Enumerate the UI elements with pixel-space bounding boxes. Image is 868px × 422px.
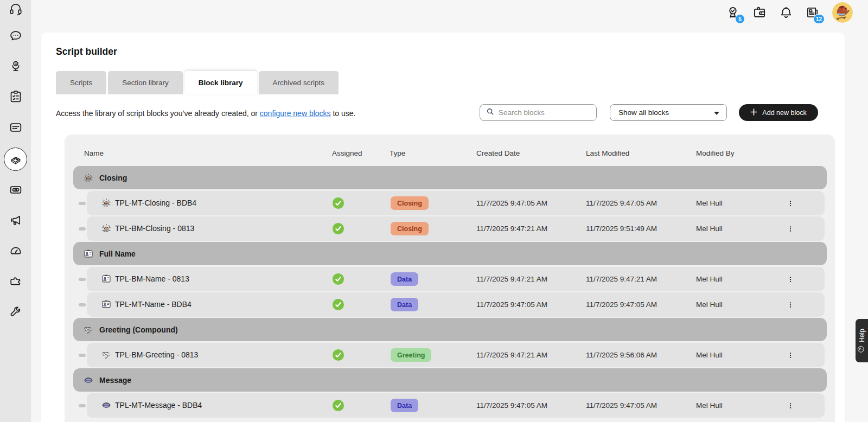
group-name: Full Name [99, 250, 136, 258]
id-card-icon [83, 248, 94, 259]
sidebar-item-microphone[interactable] [0, 55, 31, 78]
row-menu-button[interactable] [783, 348, 798, 363]
modified-by: Mel Hull [696, 275, 723, 283]
group-header-full-name[interactable]: Full Name [73, 242, 827, 265]
sidebar-item-puzzle[interactable] [0, 270, 31, 292]
configure-new-blocks-link[interactable]: configure new blocks [260, 109, 331, 118]
table-row[interactable]: TPL-BM-Name - 0813Data11/7/2025 9:47:21 … [87, 267, 825, 291]
chevron-down-icon [714, 108, 719, 117]
wallet-button[interactable] [752, 5, 767, 20]
chat-icon [9, 29, 23, 43]
table-row[interactable]: TPL-MT-Message - BDB4Data11/7/2025 9:47:… [87, 393, 825, 418]
tab-label: Archived scripts [273, 79, 324, 87]
row-menu-button[interactable] [783, 398, 798, 413]
topbar: 512 [726, 2, 853, 23]
assigned-check-icon [332, 399, 344, 412]
sidebar-item-chat[interactable] [0, 24, 31, 47]
type-badge: Data [391, 272, 418, 286]
block-name: TPL-BM-Closing - 0813 [115, 224, 194, 233]
tab-label: Scripts [70, 79, 92, 87]
search-blocks-field[interactable] [480, 104, 597, 121]
column-header-modified-by: Modified By [696, 149, 735, 157]
help-tab[interactable]: Help [856, 319, 868, 362]
page-title: Script builder [56, 46, 117, 57]
sidebar-item-wrench[interactable] [0, 300, 31, 323]
script-builder-card: Script builder ScriptsSection libraryBlo… [41, 33, 845, 422]
sidebar-item-brick[interactable] [4, 148, 27, 171]
sidebar-item-gauge[interactable] [0, 239, 31, 262]
help-label: Help [858, 329, 866, 342]
table-row[interactable]: TPL-BM-Closing - 0813Closing11/7/2025 9:… [87, 216, 825, 241]
sidebar-item-chat-panel[interactable] [0, 116, 31, 139]
lips-icon [83, 375, 94, 386]
assigned-check-icon [332, 273, 344, 285]
wrench-icon [9, 304, 23, 318]
table-row[interactable]: TPL-MT-Closing - BDB4Closing11/7/2025 9:… [87, 191, 825, 215]
page: 512 Script builder ScriptsSection librar… [0, 0, 868, 422]
row-menu-button[interactable] [783, 221, 798, 236]
created-date: 11/7/2025 9:47:05 AM [476, 300, 547, 309]
drag-handle-icon[interactable] [79, 303, 86, 306]
headset-icon [9, 2, 23, 16]
last-modified: 11/7/2025 9:47:21 AM [586, 275, 657, 283]
plus-icon [750, 110, 757, 117]
award-button[interactable]: 5 [726, 5, 740, 20]
sunset-icon [83, 172, 94, 183]
filter-dropdown[interactable]: Show all blocks [610, 104, 727, 121]
last-modified: 11/7/2025 9:47:05 AM [586, 401, 657, 410]
tab-scripts[interactable]: Scripts [56, 71, 106, 94]
drag-handle-icon[interactable] [79, 202, 86, 205]
column-header-assigned: Assigned [332, 149, 362, 157]
question-circle-icon [857, 345, 866, 353]
group-header-closing[interactable]: Closing [73, 166, 827, 189]
table-row[interactable]: TPL-BM-Greeting - 0813Greeting11/7/2025 … [87, 343, 825, 367]
tab-label: Section library [122, 79, 169, 87]
created-date: 11/7/2025 9:47:05 AM [476, 199, 547, 207]
id-card-icon [101, 273, 112, 284]
tab-block-library[interactable]: Block library [184, 71, 257, 94]
sidebar-item-cassette[interactable] [0, 178, 31, 201]
last-modified: 11/7/2025 9:47:05 AM [586, 300, 657, 309]
column-header-type: Type [390, 149, 405, 157]
row-menu-button[interactable] [783, 297, 798, 312]
lips-icon [101, 400, 112, 411]
sidebar-item-megaphone[interactable] [0, 209, 31, 232]
created-date: 11/7/2025 9:47:21 AM [476, 225, 547, 233]
drag-handle-icon[interactable] [79, 227, 86, 231]
add-new-block-button[interactable]: Add new block [739, 104, 818, 121]
sidebar-item-checklist[interactable] [0, 85, 31, 108]
block-name: TPL-MT-Name - BDB4 [115, 300, 192, 309]
column-header-last-modified: Last Modified [586, 149, 629, 157]
bell-icon [779, 5, 793, 20]
sunset-icon [101, 197, 112, 208]
cassette-icon [9, 183, 23, 197]
drag-handle-icon[interactable] [79, 354, 86, 357]
news-button[interactable]: 12 [806, 5, 820, 20]
id-card-icon [101, 299, 112, 310]
microphone-icon [9, 59, 23, 73]
group-header-greeting-compound[interactable]: Greeting (Compound) [73, 318, 827, 341]
brick-icon [9, 153, 22, 166]
search-input[interactable] [499, 108, 591, 117]
table-row[interactable]: TPL-MT-Name - BDB4Data11/7/2025 9:47:05 … [87, 292, 825, 317]
avatar[interactable] [832, 2, 853, 23]
group-header-message[interactable]: Message [73, 368, 827, 392]
notification-badge: 5 [735, 14, 745, 24]
tab-archived-scripts[interactable]: Archived scripts [259, 71, 339, 94]
row-menu-button[interactable] [783, 272, 798, 287]
drag-handle-icon[interactable] [79, 278, 86, 281]
sidebar [0, 0, 31, 422]
checklist-icon [9, 89, 23, 104]
puzzle-icon [9, 274, 23, 288]
sidebar-item-headset[interactable] [0, 0, 31, 21]
filter-value: Show all blocks [618, 108, 669, 117]
drag-handle-icon[interactable] [79, 404, 86, 407]
group-name: Greeting (Compound) [99, 325, 178, 334]
block-name: TPL-MT-Message - BDB4 [115, 401, 202, 410]
tab-bar: ScriptsSection libraryBlock libraryArchi… [56, 71, 339, 94]
tab-section-library[interactable]: Section library [108, 71, 183, 94]
row-menu-button[interactable] [783, 196, 798, 211]
bell-button[interactable] [779, 5, 793, 20]
megaphone-icon [9, 213, 23, 227]
description-prefix: Access the library of script blocks you’… [56, 109, 260, 118]
